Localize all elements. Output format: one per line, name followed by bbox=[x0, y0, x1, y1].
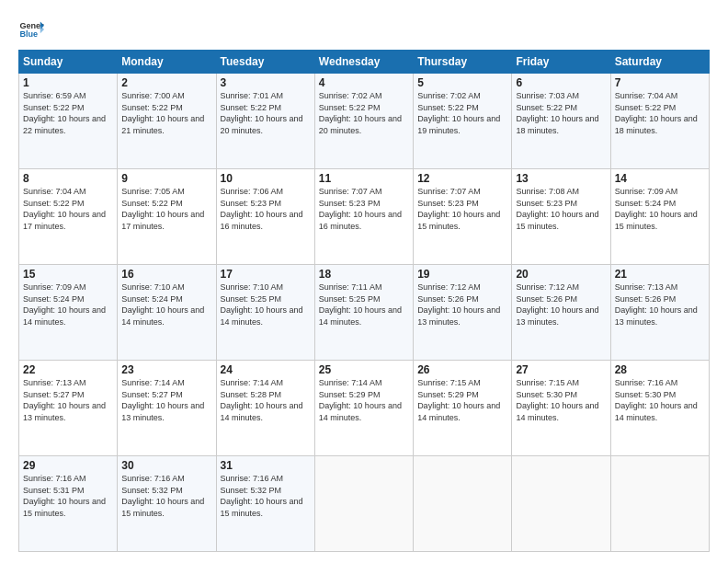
calendar-week-row: 22Sunrise: 7:13 AMSunset: 5:27 PMDayligh… bbox=[19, 361, 710, 456]
day-number: 12 bbox=[417, 172, 507, 185]
calendar-cell: 6Sunrise: 7:03 AMSunset: 5:22 PMDaylight… bbox=[512, 74, 610, 169]
cell-sunset: Sunset: 5:22 PM bbox=[319, 103, 381, 112]
cell-daylight-label: Daylight: 10 hours and 16 minutes. bbox=[319, 210, 402, 231]
calendar-cell: 9Sunrise: 7:05 AMSunset: 5:22 PMDaylight… bbox=[118, 169, 216, 265]
cell-sunrise: Sunrise: 7:03 AM bbox=[516, 91, 579, 100]
calendar-cell bbox=[414, 456, 512, 552]
cell-sunrise: Sunrise: 7:10 AM bbox=[121, 282, 185, 292]
day-number: 7 bbox=[615, 76, 705, 89]
cell-sunset: Sunset: 5:27 PM bbox=[23, 390, 85, 399]
cell-sunrise: Sunrise: 7:09 AM bbox=[615, 187, 678, 196]
cell-sunrise: Sunrise: 7:13 AM bbox=[23, 378, 86, 387]
cell-sunset: Sunset: 5:24 PM bbox=[121, 294, 183, 304]
cell-daylight-label: Daylight: 10 hours and 17 minutes. bbox=[23, 210, 106, 231]
cell-sunrise: Sunrise: 7:11 AM bbox=[319, 282, 382, 292]
cell-daylight-label: Daylight: 10 hours and 15 minutes. bbox=[417, 210, 500, 231]
cell-daylight-label: Daylight: 10 hours and 13 minutes. bbox=[615, 305, 698, 327]
cell-daylight-label: Daylight: 10 hours and 15 minutes. bbox=[23, 497, 106, 518]
cell-daylight-label: Daylight: 10 hours and 13 minutes. bbox=[23, 401, 106, 422]
cell-sunrise: Sunrise: 7:07 AM bbox=[417, 187, 481, 196]
cell-daylight-label: Daylight: 10 hours and 16 minutes. bbox=[221, 210, 303, 231]
calendar-cell: 11Sunrise: 7:07 AMSunset: 5:23 PMDayligh… bbox=[314, 169, 413, 265]
cell-sunset: Sunset: 5:22 PM bbox=[615, 103, 677, 112]
cell-sunrise: Sunrise: 7:10 AM bbox=[221, 282, 284, 292]
day-number: 23 bbox=[121, 363, 211, 376]
cell-daylight-label: Daylight: 10 hours and 14 minutes. bbox=[221, 401, 303, 422]
cell-daylight-label: Daylight: 10 hours and 22 minutes. bbox=[23, 114, 106, 135]
cell-sunrise: Sunrise: 7:09 AM bbox=[23, 282, 86, 292]
day-header-sunday: Sunday bbox=[19, 51, 118, 74]
cell-sunset: Sunset: 5:26 PM bbox=[417, 294, 479, 304]
calendar-cell: 17Sunrise: 7:10 AMSunset: 5:25 PMDayligh… bbox=[216, 265, 314, 361]
cell-sunrise: Sunrise: 7:14 AM bbox=[221, 378, 284, 387]
calendar-week-row: 8Sunrise: 7:04 AMSunset: 5:22 PMDaylight… bbox=[19, 169, 710, 265]
calendar-cell: 12Sunrise: 7:07 AMSunset: 5:23 PMDayligh… bbox=[414, 169, 512, 265]
calendar-cell: 19Sunrise: 7:12 AMSunset: 5:26 PMDayligh… bbox=[414, 265, 512, 361]
day-number: 28 bbox=[615, 363, 705, 376]
calendar-cell: 26Sunrise: 7:15 AMSunset: 5:29 PMDayligh… bbox=[414, 361, 512, 456]
cell-daylight-label: Daylight: 10 hours and 14 minutes. bbox=[417, 401, 500, 422]
cell-daylight-label: Daylight: 10 hours and 14 minutes. bbox=[319, 401, 402, 422]
cell-sunrise: Sunrise: 7:04 AM bbox=[615, 91, 678, 100]
day-number: 5 bbox=[417, 76, 507, 89]
day-number: 2 bbox=[121, 76, 211, 89]
calendar-cell: 5Sunrise: 7:02 AMSunset: 5:22 PMDaylight… bbox=[414, 74, 512, 169]
calendar-cell: 13Sunrise: 7:08 AMSunset: 5:23 PMDayligh… bbox=[512, 169, 610, 265]
cell-sunrise: Sunrise: 7:14 AM bbox=[121, 378, 185, 387]
day-number: 4 bbox=[319, 76, 409, 89]
calendar-cell: 1Sunrise: 6:59 AMSunset: 5:22 PMDaylight… bbox=[19, 74, 118, 169]
calendar-cell bbox=[610, 456, 709, 552]
cell-daylight-label: Daylight: 10 hours and 13 minutes. bbox=[121, 401, 204, 422]
cell-sunset: Sunset: 5:22 PM bbox=[23, 199, 85, 208]
cell-sunrise: Sunrise: 7:13 AM bbox=[615, 282, 678, 292]
day-number: 24 bbox=[221, 363, 311, 376]
cell-sunset: Sunset: 5:24 PM bbox=[615, 199, 677, 208]
day-number: 16 bbox=[121, 268, 211, 281]
cell-daylight-label: Daylight: 10 hours and 18 minutes. bbox=[516, 114, 598, 135]
day-number: 20 bbox=[516, 268, 606, 281]
cell-sunset: Sunset: 5:23 PM bbox=[417, 199, 479, 208]
calendar-cell: 3Sunrise: 7:01 AMSunset: 5:22 PMDaylight… bbox=[216, 74, 314, 169]
cell-sunset: Sunset: 5:22 PM bbox=[121, 103, 183, 112]
cell-daylight-label: Daylight: 10 hours and 15 minutes. bbox=[221, 497, 303, 518]
cell-sunrise: Sunrise: 7:01 AM bbox=[221, 91, 284, 100]
cell-daylight-label: Daylight: 10 hours and 14 minutes. bbox=[319, 305, 402, 327]
day-number: 19 bbox=[417, 268, 507, 281]
cell-sunrise: Sunrise: 7:16 AM bbox=[615, 378, 678, 387]
cell-daylight-label: Daylight: 10 hours and 14 minutes. bbox=[516, 401, 598, 422]
cell-sunset: Sunset: 5:26 PM bbox=[615, 294, 677, 304]
calendar-cell bbox=[512, 456, 610, 552]
cell-sunrise: Sunrise: 7:00 AM bbox=[121, 91, 185, 100]
cell-sunrise: Sunrise: 7:02 AM bbox=[417, 91, 481, 100]
calendar-cell: 30Sunrise: 7:16 AMSunset: 5:32 PMDayligh… bbox=[118, 456, 216, 552]
cell-daylight-label: Daylight: 10 hours and 19 minutes. bbox=[417, 114, 500, 135]
cell-daylight-label: Daylight: 10 hours and 14 minutes. bbox=[121, 305, 204, 327]
cell-sunset: Sunset: 5:28 PM bbox=[221, 390, 282, 399]
day-header-thursday: Thursday bbox=[414, 51, 512, 74]
calendar-cell: 24Sunrise: 7:14 AMSunset: 5:28 PMDayligh… bbox=[216, 361, 314, 456]
day-number: 26 bbox=[417, 363, 507, 376]
cell-sunrise: Sunrise: 7:16 AM bbox=[221, 474, 284, 483]
cell-sunrise: Sunrise: 7:15 AM bbox=[417, 378, 481, 387]
cell-sunrise: Sunrise: 7:08 AM bbox=[516, 187, 579, 196]
calendar-cell: 18Sunrise: 7:11 AMSunset: 5:25 PMDayligh… bbox=[314, 265, 413, 361]
day-number: 27 bbox=[516, 363, 606, 376]
day-number: 15 bbox=[23, 268, 113, 281]
page: General Blue SundayMondayTuesdayWednesda… bbox=[0, 0, 728, 563]
logo: General Blue bbox=[18, 17, 44, 42]
cell-sunrise: Sunrise: 7:02 AM bbox=[319, 91, 382, 100]
cell-sunrise: Sunrise: 7:04 AM bbox=[23, 187, 86, 196]
cell-daylight-label: Daylight: 10 hours and 13 minutes. bbox=[516, 305, 598, 327]
cell-daylight-label: Daylight: 10 hours and 20 minutes. bbox=[221, 114, 303, 135]
cell-sunset: Sunset: 5:25 PM bbox=[221, 294, 282, 304]
calendar-cell: 16Sunrise: 7:10 AMSunset: 5:24 PMDayligh… bbox=[118, 265, 216, 361]
day-number: 25 bbox=[319, 363, 409, 376]
day-number: 9 bbox=[121, 172, 211, 185]
day-header-wednesday: Wednesday bbox=[314, 51, 413, 74]
cell-sunset: Sunset: 5:22 PM bbox=[221, 103, 282, 112]
cell-daylight-label: Daylight: 10 hours and 15 minutes. bbox=[121, 497, 204, 518]
calendar-cell: 31Sunrise: 7:16 AMSunset: 5:32 PMDayligh… bbox=[216, 456, 314, 552]
day-number: 18 bbox=[319, 268, 409, 281]
calendar-cell: 14Sunrise: 7:09 AMSunset: 5:24 PMDayligh… bbox=[610, 169, 709, 265]
cell-daylight-label: Daylight: 10 hours and 13 minutes. bbox=[417, 305, 500, 327]
